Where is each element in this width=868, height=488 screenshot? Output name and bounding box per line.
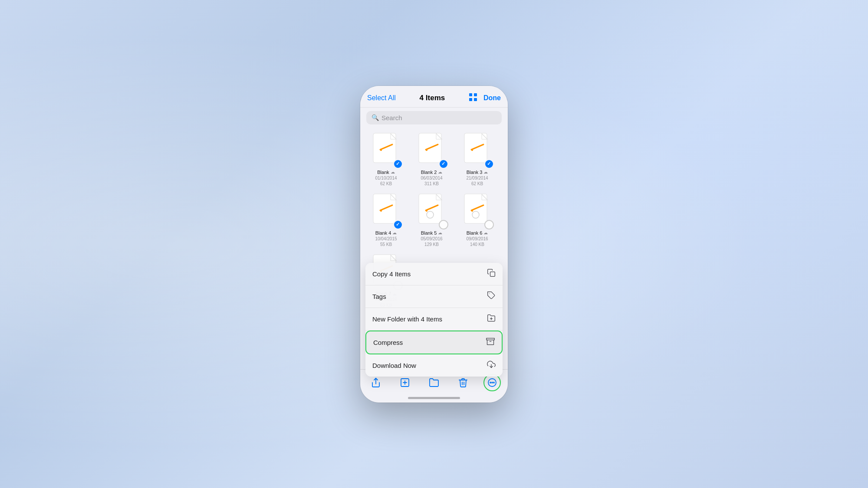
file-icon-wrapper: ✓ [463,132,492,167]
svg-point-22 [471,210,473,212]
search-icon: 🔍 [372,114,379,121]
file-item-blank5[interactable]: Blank 5 ☁ 05/09/2016 129 KB [411,193,452,247]
file-icon-wrapper [463,193,492,228]
file-date: 21/09/2014 [466,175,488,181]
file-name: Blank 3 ☁ [467,169,488,175]
file-size: 62 KB [380,181,392,186]
file-size: 311 KB [424,181,439,186]
search-bar[interactable]: 🔍 Search [366,111,502,124]
file-check-mark: ✓ [393,220,403,229]
menu-item-tags[interactable]: Tags [365,285,503,308]
select-all-button[interactable]: Select All [367,94,396,102]
new-folder-label: New Folder with 4 Items [372,315,442,323]
svg-rect-1 [474,93,477,96]
svg-rect-3 [474,98,477,101]
search-container: 🔍 Search [360,108,508,128]
nav-right-group: Done [469,93,501,104]
svg-rect-2 [469,98,472,101]
cloud-download-icon [487,360,496,371]
svg-point-41 [490,382,491,383]
file-name: Blank 2 ☁ [421,169,443,175]
file-item-blank1[interactable]: ✓ Blank ☁ 01/10/2014 62 KB [365,132,407,186]
file-size: 62 KB [471,181,483,186]
home-bar [408,397,460,399]
file-date: 09/09/2016 [466,236,488,242]
file-item-blank4[interactable]: ✓ Blank 4 ☁ 10/04/2015 55 KB [365,193,407,247]
file-date: 10/04/2015 [375,236,397,242]
file-name: Blank 4 ☁ [375,230,397,236]
menu-item-download[interactable]: Download Now [365,354,503,377]
svg-point-9 [426,149,427,151]
file-name: Blank 5 ☁ [421,230,443,236]
file-item-blank2[interactable]: ✓ Blank 2 ☁ 06/03/2014 311 KB [411,132,452,186]
svg-point-40 [492,382,493,383]
nav-bar: Select All 4 Items Done [360,86,508,108]
file-check-mark: ✓ [484,159,494,169]
file-size: 129 KB [424,242,439,247]
file-check-mark: ✓ [393,159,403,169]
file-item-blank3[interactable]: ✓ Blank 3 ☁ 21/09/2014 62 KB [457,132,498,186]
file-icon-wrapper: ✓ [372,132,401,167]
cloud-icon: ☁ [438,230,442,236]
tag-icon [487,291,496,302]
folder-plus-icon [487,314,496,324]
tags-label: Tags [372,293,386,300]
file-size: 55 KB [380,242,392,247]
copy-icon [487,269,496,279]
file-date: 05/09/2016 [421,236,442,242]
svg-rect-32 [487,338,494,340]
files-row-1: ✓ Blank ☁ 01/10/2014 62 KB [365,132,503,186]
svg-point-15 [380,210,382,212]
file-date: 06/03/2014 [421,175,442,181]
cloud-icon: ☁ [483,169,488,175]
file-name: Blank 6 ☁ [467,230,488,236]
files-row-2: ✓ Blank 4 ☁ 10/04/2015 55 KB [365,193,503,247]
add-button[interactable] [396,374,414,391]
file-date: 01/10/2014 [375,175,397,181]
file-icon-wrapper: ✓ [417,132,447,167]
download-now-label: Download Now [372,362,416,369]
file-item-blank6[interactable]: Blank 6 ☁ 09/09/2016 140 KB [457,193,498,247]
share-button[interactable] [367,374,385,391]
archive-icon [486,337,495,348]
nav-title: 4 Items [420,94,445,102]
phone-frame: Select All 4 Items Done 🔍 Search [360,86,508,403]
file-check-mark: ✓ [439,159,448,169]
file-icon-wrapper: ✓ [372,193,401,228]
context-menu-overlay: Copy 4 Items Tags [360,263,508,377]
context-menu: Copy 4 Items Tags [365,263,503,377]
grid-view-icon[interactable] [469,93,477,104]
svg-point-18 [426,210,427,212]
cloud-icon: ☁ [438,169,442,175]
menu-item-compress[interactable]: Compress [365,331,503,354]
svg-point-12 [471,149,473,151]
cloud-icon: ☁ [392,230,397,236]
cloud-icon: ☁ [483,230,488,236]
copy-items-label: Copy 4 Items [372,270,411,278]
svg-rect-28 [490,272,495,276]
file-size: 140 KB [470,242,484,247]
svg-point-42 [493,382,494,383]
file-uncheck [439,220,448,229]
svg-point-6 [380,149,382,151]
cloud-icon: ☁ [391,169,395,175]
svg-rect-0 [469,93,472,96]
file-name: Blank ☁ [377,169,395,175]
compress-label: Compress [373,339,403,346]
search-placeholder: Search [381,114,402,121]
folder-button[interactable] [425,374,443,391]
file-icon-wrapper [417,193,447,228]
done-button[interactable]: Done [483,94,501,102]
menu-item-new-folder[interactable]: New Folder with 4 Items [365,308,503,331]
trash-button[interactable] [454,374,472,391]
file-uncheck [484,220,494,229]
home-indicator [360,394,508,403]
more-button[interactable] [483,374,501,391]
menu-item-copy[interactable]: Copy 4 Items [365,263,503,285]
